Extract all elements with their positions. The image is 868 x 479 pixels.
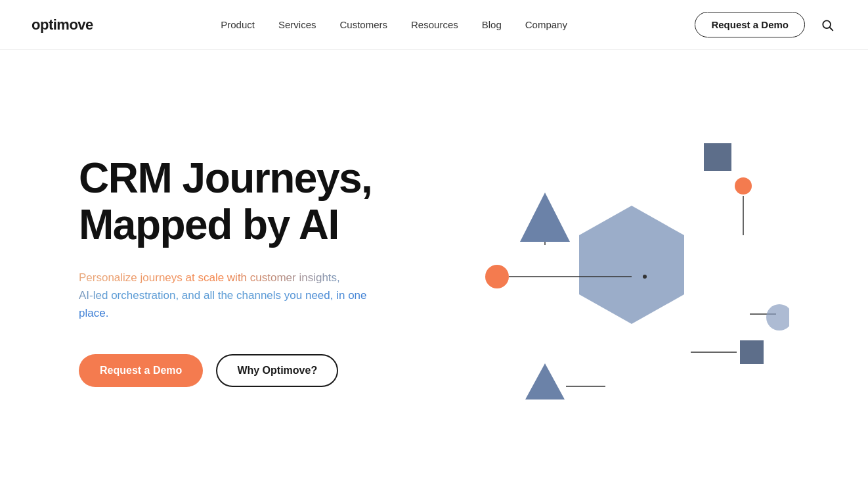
request-demo-hero-button[interactable]: Request a Demo xyxy=(79,354,203,387)
hero-content: CRM Journeys, Mapped by AI Personalize j… xyxy=(79,155,394,386)
header-right: Request a Demo xyxy=(695,12,836,37)
hero-illustration xyxy=(448,114,789,429)
nav-item-product[interactable]: Product xyxy=(221,19,255,30)
svg-line-1 xyxy=(830,27,833,30)
search-icon xyxy=(821,18,834,32)
circle-left xyxy=(485,265,509,288)
square-bottom-right xyxy=(740,340,764,364)
hero-title: CRM Journeys, Mapped by AI xyxy=(79,155,394,248)
dot-center xyxy=(643,275,647,279)
illustration-container xyxy=(448,114,789,429)
nav-item-services[interactable]: Services xyxy=(278,19,316,30)
search-button[interactable] xyxy=(818,16,836,34)
hero-section: CRM Journeys, Mapped by AI Personalize j… xyxy=(0,50,868,479)
why-optimove-button[interactable]: Why Optimove? xyxy=(216,354,338,387)
circle-top-right xyxy=(735,177,752,194)
site-header: optimove Product Services Customers Reso… xyxy=(0,0,868,50)
nav-item-resources[interactable]: Resources xyxy=(411,19,458,30)
nav-item-customers[interactable]: Customers xyxy=(340,19,388,30)
square-top-right xyxy=(704,143,731,171)
hero-svg xyxy=(448,114,789,429)
request-demo-header-button[interactable]: Request a Demo xyxy=(695,12,805,37)
hexagon-shape xyxy=(579,206,684,324)
main-nav: Product Services Customers Resources Blo… xyxy=(221,19,567,30)
hero-buttons: Request a Demo Why Optimove? xyxy=(79,354,394,387)
hero-subtitle: Personalize journeys at scale with custo… xyxy=(79,269,394,323)
nav-item-company[interactable]: Company xyxy=(525,19,567,30)
nav-item-blog[interactable]: Blog xyxy=(482,19,502,30)
site-logo[interactable]: optimove xyxy=(32,16,93,34)
triangle-top-left xyxy=(520,193,570,242)
circle-far-right xyxy=(766,304,789,331)
triangle-bottom-left xyxy=(525,363,565,399)
